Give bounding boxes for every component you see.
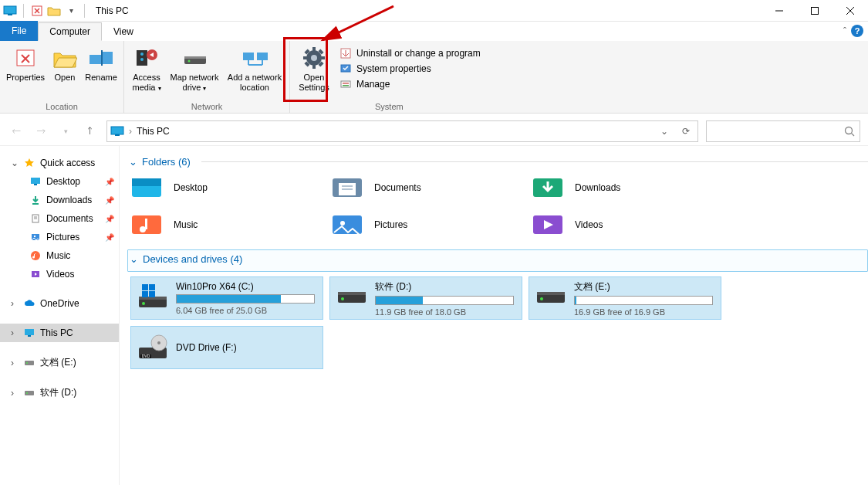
svg-rect-57	[25, 391, 34, 395]
chevron-down-icon[interactable]: ⌄	[130, 253, 138, 265]
sidebar-item-drive-e[interactable]: › 文档 (E:)	[0, 353, 119, 372]
sidebar-item-drive-d[interactable]: › 软件 (D:)	[0, 383, 119, 402]
search-icon[interactable]	[844, 126, 855, 137]
svg-rect-76	[149, 284, 155, 290]
svg-point-56	[26, 362, 28, 364]
address-bar[interactable]: › This PC ⌄ ⟳	[106, 120, 698, 142]
up-button[interactable]: 🡑	[82, 123, 99, 140]
folder-icon	[532, 174, 564, 202]
back-button[interactable]: 🡐	[8, 123, 25, 140]
open-label: Open	[55, 73, 76, 82]
svg-text:DVD: DVD	[142, 354, 150, 358]
main-pane[interactable]: ⌄ Folders (6) DesktopDocumentsDownloadsM…	[120, 146, 868, 485]
svg-rect-55	[25, 361, 34, 365]
section-folders-header[interactable]: ⌄ Folders (6)	[127, 152, 868, 174]
breadcrumb[interactable]: This PC	[137, 126, 170, 137]
chevron-down-icon[interactable]: ⌄	[11, 158, 19, 168]
access-media-button[interactable]: Access media ▾	[127, 42, 166, 96]
address-dropdown-icon[interactable]: ⌄	[656, 126, 673, 137]
rename-button[interactable]: Rename	[82, 42, 120, 86]
open-settings-button[interactable]: Open Settings	[293, 42, 335, 96]
system-properties-button[interactable]: System properties	[339, 63, 481, 75]
forward-button[interactable]: 🡒	[32, 123, 49, 140]
sidebar-item-videos[interactable]: Videos	[0, 265, 119, 283]
search-box[interactable]	[706, 120, 860, 142]
map-drive-button[interactable]: Map network drive ▾	[166, 42, 223, 96]
drive-free-label: 16.9 GB free of 16.9 GB	[574, 307, 714, 317]
folder-label: Documents	[374, 182, 421, 193]
sidebar-item-quick-access[interactable]: ⌄ Quick access	[0, 154, 119, 172]
folder-item[interactable]: Music	[130, 211, 316, 239]
folder-item[interactable]: Desktop	[130, 174, 316, 202]
manage-button[interactable]: Manage	[339, 78, 481, 90]
pin-icon: 📌	[105, 215, 114, 223]
folder-label: Pictures	[374, 219, 407, 230]
svg-rect-35	[341, 81, 350, 87]
drive-item[interactable]: Win10Pro X64 (C:)6.04 GB free of 25.0 GB	[130, 276, 323, 320]
drive-usage-bar	[375, 296, 514, 305]
drive-icon	[23, 357, 35, 369]
folder-item[interactable]: Documents	[331, 174, 516, 202]
sidebar-item-desktop[interactable]: Desktop 📌	[0, 172, 119, 191]
svg-rect-44	[34, 184, 37, 185]
properties-icon	[12, 46, 39, 70]
tab-computer[interactable]: Computer	[38, 22, 102, 41]
svg-point-87	[157, 341, 160, 344]
tab-file[interactable]: File	[0, 21, 38, 41]
quick-access-toolbar: ▾	[0, 4, 91, 18]
chevron-right-icon[interactable]: ›	[11, 327, 19, 338]
refresh-icon[interactable]: ⟳	[677, 126, 694, 137]
separator	[23, 4, 24, 18]
sidebar-item-music[interactable]: Music	[0, 246, 119, 265]
svg-rect-19	[257, 53, 268, 60]
search-input[interactable]	[711, 126, 844, 137]
uninstall-button[interactable]: Uninstall or change a program	[339, 47, 481, 59]
content-area: ⌄ Quick access Desktop 📌 Downloads 📌 Doc…	[0, 146, 868, 485]
svg-point-12	[140, 53, 144, 56]
navigation-pane[interactable]: ⌄ Quick access Desktop 📌 Downloads 📌 Doc…	[0, 146, 120, 485]
chevron-down-icon[interactable]: ⌄	[129, 156, 137, 168]
close-button[interactable]	[833, 0, 868, 22]
minimize-button[interactable]	[762, 0, 797, 22]
drive-item[interactable]: 文档 (E:)16.9 GB free of 16.9 GB	[529, 276, 721, 320]
maximize-button[interactable]	[797, 0, 833, 22]
drive-item[interactable]: DVDDVD Drive (F:)	[130, 326, 323, 369]
properties-button[interactable]: Properties	[3, 42, 48, 86]
svg-rect-27	[303, 56, 308, 59]
help-icon[interactable]: ?	[851, 25, 863, 37]
open-folder-icon	[52, 46, 78, 70]
sidebar-item-downloads[interactable]: Downloads 📌	[0, 191, 119, 209]
sidebar-label: Downloads	[46, 195, 92, 205]
history-dropdown[interactable]: ▾	[57, 123, 74, 140]
drive-usage-bar	[574, 296, 713, 305]
chevron-right-icon[interactable]: ›	[11, 298, 19, 309]
svg-rect-4	[812, 7, 819, 14]
collapse-ribbon-icon[interactable]: ˆ	[843, 26, 846, 37]
group-location-label: Location	[3, 100, 120, 113]
sidebar-item-onedrive[interactable]: › OneDrive	[0, 294, 119, 313]
chevron-right-icon[interactable]: ›	[11, 388, 19, 399]
open-button[interactable]: Open	[48, 42, 82, 86]
chevron-right-icon[interactable]: ›	[11, 358, 19, 368]
properties-label: Properties	[6, 73, 45, 82]
svg-point-50	[34, 236, 35, 237]
add-network-location-button[interactable]: Add a network location	[223, 42, 286, 96]
folder-item[interactable]: Pictures	[331, 211, 516, 239]
sidebar-item-pictures[interactable]: Pictures 📌	[0, 228, 119, 246]
sidebar-item-documents[interactable]: Documents 📌	[0, 209, 119, 228]
tab-view[interactable]: View	[102, 22, 145, 41]
qat-dropdown-icon[interactable]: ▾	[64, 4, 78, 18]
folder-item[interactable]: Videos	[532, 211, 717, 239]
sidebar-item-this-pc[interactable]: › This PC	[0, 324, 119, 342]
folder-item[interactable]: Downloads	[532, 174, 717, 202]
drive-item[interactable]: 软件 (D:)11.9 GB free of 18.0 GB	[329, 276, 522, 320]
drive-icon	[336, 284, 367, 312]
sidebar-label: Documents	[46, 213, 93, 224]
properties-qat-icon[interactable]	[30, 4, 44, 18]
section-drives-header[interactable]: ⌄ Devices and drives (4)	[127, 249, 868, 272]
svg-rect-68	[145, 219, 147, 229]
svg-rect-16	[184, 56, 206, 59]
media-server-icon	[133, 46, 160, 70]
folder-qat-icon[interactable]	[47, 4, 61, 18]
svg-point-24	[311, 55, 317, 61]
